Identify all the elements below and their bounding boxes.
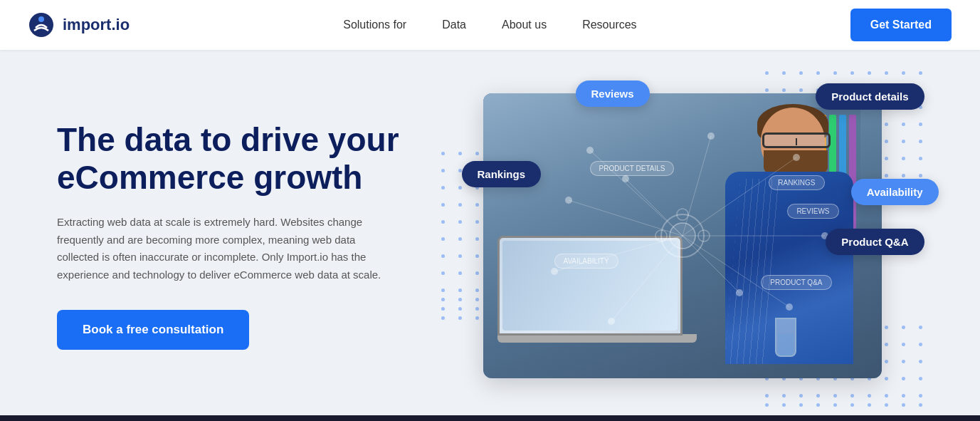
svg-point-19 <box>608 318 615 325</box>
ghost-label-product-qa: PRODUCT Q&A <box>761 275 831 290</box>
hero-image: PRODUCT DETAILS RANKINGS REVIEWS AVAILAB… <box>483 93 882 378</box>
svg-line-6 <box>683 157 796 236</box>
hero-section: The data to drive your eCommerce growth … <box>0 50 980 421</box>
bottom-bar <box>0 415 980 421</box>
nav-resources[interactable]: Resources <box>582 19 636 31</box>
svg-line-8 <box>683 236 789 307</box>
svg-point-20 <box>551 268 558 275</box>
svg-point-14 <box>586 147 594 154</box>
svg-line-9 <box>611 236 683 321</box>
floating-label-product-details: Product details <box>816 83 924 110</box>
svg-point-22 <box>736 289 743 296</box>
image-container: Reviews Product details Rankings Availab… <box>483 93 882 378</box>
floating-label-rankings: Rankings <box>462 161 542 187</box>
nav-about[interactable]: About us <box>502 19 547 31</box>
svg-line-12 <box>683 236 739 293</box>
ghost-label-reviews: REVIEWS <box>787 204 838 219</box>
network-lines <box>483 93 882 378</box>
photo-simulation: PRODUCT DETAILS RANKINGS REVIEWS AVAILAB… <box>483 93 882 378</box>
ghost-label-product-details: PRODUCT DETAILS <box>590 161 675 176</box>
hero-title: The data to drive your eCommerce growth <box>57 121 427 197</box>
hero-description: Extracting web data at scale is extremel… <box>57 214 391 284</box>
svg-point-15 <box>707 132 715 140</box>
hero-right: (function(){ const dp = document.querySe… <box>427 50 937 421</box>
nav-solutions[interactable]: Solutions for <box>343 19 406 31</box>
svg-point-23 <box>622 175 629 182</box>
ghost-label-rankings: RANKINGS <box>769 175 824 190</box>
navbar: import.io Solutions for Data About us Re… <box>0 0 980 50</box>
get-started-button[interactable]: Get Started <box>850 9 952 41</box>
svg-point-21 <box>565 197 572 204</box>
logo-area: import.io <box>28 12 130 38</box>
floating-label-availability: Availability <box>851 179 939 205</box>
svg-point-1 <box>38 16 44 22</box>
nav-links: Solutions for Data About us Resources <box>343 19 636 31</box>
svg-point-16 <box>793 154 800 161</box>
ghost-label-availability: AVAILABILITY <box>554 254 618 269</box>
svg-point-18 <box>786 303 793 311</box>
floating-label-reviews: Reviews <box>576 80 650 107</box>
hero-left: The data to drive your eCommerce growth … <box>57 121 427 350</box>
logo-icon <box>28 12 54 38</box>
book-consultation-button[interactable]: Book a free consultation <box>57 310 249 350</box>
svg-line-11 <box>569 200 683 236</box>
nav-data[interactable]: Data <box>442 19 466 31</box>
floating-label-product-qa: Product Q&A <box>826 229 924 255</box>
brand-name: import.io <box>63 16 130 34</box>
